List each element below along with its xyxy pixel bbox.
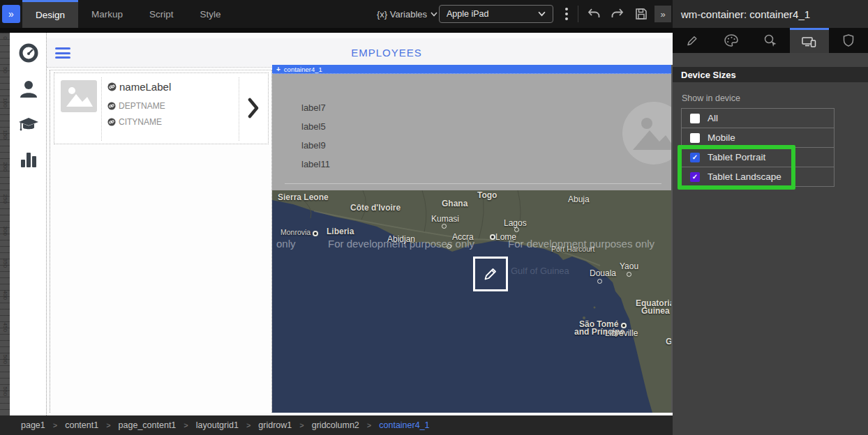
redo-button[interactable] bbox=[608, 6, 627, 22]
breadcrumb-item[interactable]: page1 bbox=[21, 420, 45, 430]
more-options-button[interactable] bbox=[562, 6, 571, 22]
dashboard-icon[interactable] bbox=[18, 43, 39, 63]
city-label-field[interactable]: CITYNAME bbox=[107, 117, 162, 127]
container-label[interactable]: label7 bbox=[301, 102, 326, 113]
checkbox[interactable] bbox=[690, 114, 700, 123]
breadcrumb-item[interactable]: gridcolumn2 bbox=[312, 420, 359, 430]
device-option-all[interactable]: All bbox=[682, 109, 834, 128]
map-label: G bbox=[666, 337, 671, 346]
bind-link-icon bbox=[107, 82, 117, 91]
widget-breadcrumb: page1>content1>page_content1>layoutgrid1… bbox=[0, 415, 673, 435]
map-label: Yaou bbox=[620, 261, 638, 271]
map-label: Côte d'Ivoire bbox=[350, 203, 401, 213]
map-marker-icon bbox=[514, 227, 519, 232]
device-option-mobile[interactable]: Mobile bbox=[682, 128, 834, 148]
container-label[interactable]: label5 bbox=[301, 121, 326, 132]
device-option-tablet-portrait[interactable]: ✓Tablet Portrait bbox=[682, 148, 834, 167]
dept-label-field[interactable]: DEPTNAME bbox=[107, 101, 165, 111]
map-label: Kumasi bbox=[431, 214, 459, 224]
education-icon[interactable] bbox=[18, 114, 39, 135]
ruler-tick: 150 bbox=[2, 130, 8, 139]
tab-design[interactable]: Design bbox=[22, 0, 78, 28]
field-label: DEPTNAME bbox=[119, 101, 165, 111]
map-marker-icon bbox=[313, 231, 318, 236]
page-header-bar: EMPLOYEES bbox=[47, 38, 673, 68]
page-design-surface: EMPLOYEES nameLabel DEPTNAME bbox=[46, 33, 673, 415]
chevron-down-icon bbox=[538, 11, 546, 17]
ruler-tick: 550 bbox=[2, 387, 8, 395]
device-select-value: Apple iPad bbox=[447, 9, 538, 19]
main-menu-tabs: DesignMarkupScriptStyle bbox=[22, 0, 234, 28]
devices-icon bbox=[801, 35, 818, 49]
breadcrumb-item[interactable]: content1 bbox=[65, 420, 98, 430]
properties-panel: wm-container: container4_1 Device Sizes … bbox=[673, 0, 868, 435]
pencil-icon bbox=[482, 266, 499, 282]
device-option-label: Tablet Landscape bbox=[708, 171, 781, 182]
container-label[interactable]: label9 bbox=[301, 140, 326, 151]
ruler-tick: 450 bbox=[2, 323, 8, 331]
app-window: » DesignMarkupScriptStyle {x} Variables … bbox=[0, 0, 868, 435]
pencil-icon bbox=[685, 33, 699, 47]
list-item-template[interactable]: nameLabel DEPTNAME CITYNAME bbox=[54, 72, 269, 144]
device-option-label: All bbox=[708, 113, 718, 123]
tab-script[interactable]: Script bbox=[136, 0, 187, 28]
device-preview-select[interactable]: Apple iPad bbox=[439, 5, 553, 23]
ruler-tick: 300 bbox=[2, 227, 8, 235]
ruler-tick: 250 bbox=[2, 194, 8, 203]
breadcrumb-separator: > bbox=[246, 421, 250, 429]
breadcrumb-item[interactable]: layoutgrid1 bbox=[196, 420, 239, 430]
checkbox[interactable]: ✓ bbox=[690, 153, 700, 162]
variables-menu[interactable]: {x} Variables bbox=[377, 0, 437, 28]
undo-button[interactable] bbox=[585, 6, 603, 22]
tab-inspect[interactable] bbox=[751, 28, 790, 53]
selection-tag[interactable]: + container4_1 bbox=[272, 65, 671, 74]
selected-widget-title: wm-container: container4_1 bbox=[673, 0, 868, 28]
person-icon[interactable] bbox=[18, 79, 39, 100]
map-marker-icon bbox=[442, 224, 447, 229]
collapse-right-panel-button[interactable]: » bbox=[654, 6, 671, 22]
breadcrumb-separator: > bbox=[367, 421, 371, 429]
bind-link-icon bbox=[107, 102, 116, 110]
tab-styles[interactable] bbox=[712, 28, 751, 53]
shield-icon bbox=[841, 33, 855, 47]
ruler-tick: 400 bbox=[2, 291, 8, 299]
tab-security[interactable] bbox=[829, 28, 868, 53]
employee-list-panel: nameLabel DEPTNAME CITYNAME bbox=[50, 70, 272, 413]
map-base bbox=[272, 190, 671, 413]
move-icon: + bbox=[276, 66, 280, 73]
chevron-down-icon bbox=[431, 12, 437, 17]
breadcrumb-separator: > bbox=[299, 421, 304, 429]
selection-tag-label: container4_1 bbox=[284, 66, 322, 73]
design-canvas: 050100150200250300350400450500550 EMPLOY… bbox=[0, 28, 673, 415]
map-label: Sierra Leone bbox=[278, 192, 329, 202]
tab-device-sizes[interactable] bbox=[790, 28, 829, 53]
breadcrumb-item[interactable]: page_content1 bbox=[119, 420, 177, 430]
map-marker-icon bbox=[621, 323, 627, 328]
edit-widget-button[interactable] bbox=[473, 257, 508, 291]
palette-icon bbox=[724, 33, 739, 47]
breadcrumb-item[interactable]: gridrow1 bbox=[258, 420, 292, 430]
container4_1-widget[interactable]: label7label5label9label11 bbox=[272, 74, 671, 190]
save-button[interactable] bbox=[632, 6, 650, 22]
picture-placeholder-icon bbox=[61, 80, 97, 112]
name-label-field[interactable]: nameLabel bbox=[107, 81, 171, 93]
tab-properties[interactable] bbox=[673, 28, 712, 53]
container-divider bbox=[285, 183, 661, 184]
checkbox[interactable] bbox=[690, 133, 700, 143]
breadcrumb-separator: > bbox=[106, 421, 110, 429]
device-option-tablet-landscape[interactable]: ✓Tablet Landscape bbox=[682, 167, 834, 187]
map-label: Lagos bbox=[504, 218, 527, 228]
vertical-ruler: 050100150200250300350400450500550 bbox=[0, 33, 10, 415]
tab-style[interactable]: Style bbox=[187, 0, 234, 28]
chart-icon[interactable] bbox=[18, 149, 39, 170]
checkbox[interactable]: ✓ bbox=[690, 172, 700, 182]
container-label[interactable]: label11 bbox=[301, 159, 330, 169]
tab-markup[interactable]: Markup bbox=[78, 0, 136, 28]
expand-left-panel-button[interactable]: » bbox=[2, 5, 20, 23]
section-title: Device Sizes bbox=[673, 67, 868, 82]
map-label: Abuja bbox=[568, 194, 590, 204]
breadcrumb-separator: > bbox=[53, 421, 57, 429]
map-watermark: For development purposes only bbox=[508, 238, 654, 250]
google-map-widget[interactable]: Sierra LeoneCôte d'IvoireGhanaTogoLiberi… bbox=[272, 190, 671, 413]
breadcrumb-item[interactable]: container4_1 bbox=[379, 420, 429, 430]
